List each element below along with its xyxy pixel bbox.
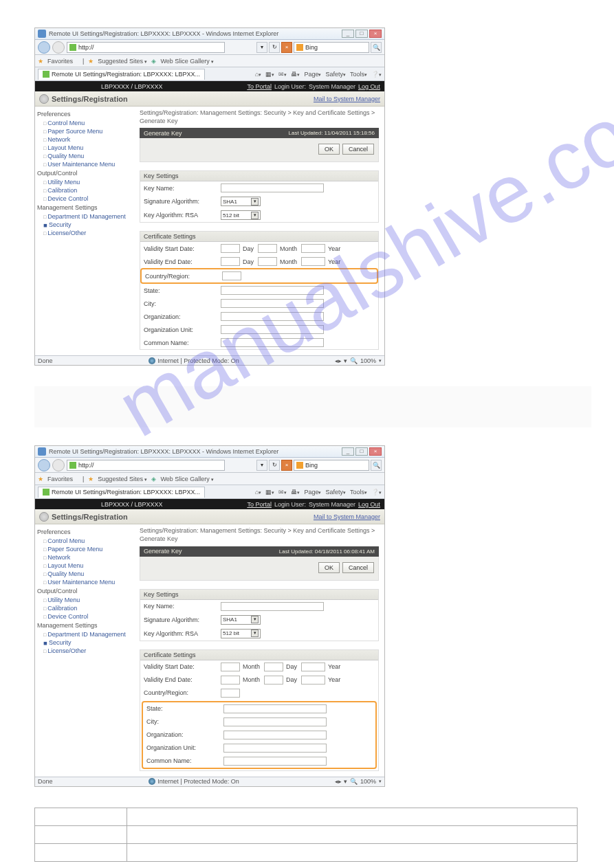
url-field[interactable]: http://: [67, 42, 225, 53]
sidebar-item-device[interactable]: Device Control: [39, 612, 131, 621]
ok-button[interactable]: OK: [318, 144, 340, 155]
search-button[interactable]: 🔍: [371, 42, 382, 53]
sidebar-item-license[interactable]: License/Other: [39, 647, 131, 655]
feed-icon[interactable]: ▦▾: [265, 71, 274, 78]
vstart-month-input[interactable]: [221, 663, 240, 671]
search-field[interactable]: Bing: [294, 460, 369, 471]
city-input[interactable]: [223, 717, 327, 726]
stop-button[interactable]: ×: [281, 460, 292, 471]
sig-alg-select[interactable]: SHA1▾: [221, 615, 261, 625]
refresh2-button[interactable]: ↻: [269, 42, 280, 53]
sidebar-item-device[interactable]: Device Control: [39, 194, 131, 203]
home-icon[interactable]: ⌂▾: [255, 489, 261, 496]
maximize-button[interactable]: □: [355, 30, 368, 38]
zoom-drop[interactable]: ▾: [379, 358, 382, 364]
mail-icon[interactable]: ✉▾: [278, 71, 287, 78]
sidebar-item-quality[interactable]: Quality Menu: [39, 152, 131, 160]
sidebar-item-network[interactable]: Network: [39, 553, 131, 561]
vend-month-input[interactable]: [221, 676, 240, 685]
sidebar-item-deptid[interactable]: Department ID Management: [39, 630, 131, 638]
minimize-button[interactable]: _: [342, 30, 354, 38]
ok-button[interactable]: OK: [318, 562, 340, 573]
sidebar-item-network[interactable]: Network: [39, 135, 131, 144]
logout-link[interactable]: Log Out: [358, 501, 380, 508]
forward-button[interactable]: [52, 459, 65, 471]
cancel-button[interactable]: Cancel: [342, 144, 374, 155]
vend-year-input[interactable]: [301, 676, 325, 685]
key-name-input[interactable]: [221, 602, 324, 611]
search-button[interactable]: 🔍: [371, 460, 382, 471]
close-button[interactable]: ×: [369, 30, 382, 38]
refresh2-button[interactable]: ↻: [269, 460, 280, 471]
key-alg-select[interactable]: 512 bit▾: [221, 210, 261, 220]
zoom-icon[interactable]: 🔍: [350, 357, 358, 364]
help-icon[interactable]: ❔▾: [371, 71, 382, 78]
sidebar-item-utility[interactable]: Utility Menu: [39, 596, 131, 604]
sidebar-item-calibration[interactable]: Calibration: [39, 604, 131, 612]
stop-button[interactable]: ×: [281, 42, 292, 53]
key-alg-select[interactable]: 512 bit▾: [221, 629, 261, 638]
safety-menu[interactable]: Safety▾: [325, 71, 346, 78]
sidebar-item-deptid[interactable]: Department ID Management: [39, 212, 131, 221]
back-button[interactable]: [38, 41, 50, 54]
sidebar-item-calibration[interactable]: Calibration: [39, 186, 131, 194]
city-input[interactable]: [221, 299, 324, 308]
sidebar-item-utility[interactable]: Utility Menu: [39, 178, 131, 186]
search-field[interactable]: Bing: [294, 42, 369, 53]
home-icon[interactable]: ⌂▾: [255, 71, 261, 78]
back-button[interactable]: [38, 459, 50, 471]
sidebar-item-layout[interactable]: Layout Menu: [39, 144, 131, 152]
forward-button[interactable]: [52, 41, 65, 54]
org-input[interactable]: [223, 731, 327, 739]
favorites-star-icon[interactable]: ★: [38, 476, 43, 482]
mail-link[interactable]: Mail to System Manager: [314, 513, 380, 520]
suggested-sites-link[interactable]: Suggested Sites ▾: [98, 476, 147, 482]
sidebar-item-quality[interactable]: Quality Menu: [39, 570, 131, 578]
sidebar-item-control[interactable]: Control Menu: [39, 119, 131, 127]
sidebar-item-usermaint[interactable]: User Maintenance Menu: [39, 578, 131, 586]
safety-menu[interactable]: Safety▾: [325, 489, 346, 496]
favorites-star-icon[interactable]: ★: [38, 58, 43, 65]
print-icon[interactable]: 🖶▾: [291, 71, 300, 78]
vstart-year-input[interactable]: [301, 244, 325, 253]
vend-day-input[interactable]: [264, 676, 283, 685]
refresh-button[interactable]: ▾: [256, 42, 267, 53]
page-menu[interactable]: Page▾: [304, 489, 321, 496]
mail-link[interactable]: Mail to System Manager: [314, 96, 380, 102]
feed-icon[interactable]: ▦▾: [265, 489, 274, 496]
vstart-month-input[interactable]: [258, 244, 277, 253]
maximize-button[interactable]: □: [355, 447, 368, 456]
suggested-sites-link[interactable]: Suggested Sites ▾: [98, 58, 147, 65]
org-input[interactable]: [221, 312, 324, 321]
web-slice-link[interactable]: Web Slice Gallery ▾: [160, 476, 214, 482]
minimize-button[interactable]: _: [342, 447, 354, 456]
page-menu[interactable]: Page▾: [304, 71, 321, 78]
ou-input[interactable]: [223, 744, 327, 753]
browser-tab[interactable]: Remote UI Settings/Registration: LBPXXXX…: [38, 69, 205, 80]
tools-menu[interactable]: Tools▾: [350, 489, 367, 496]
vstart-year-input[interactable]: [301, 663, 325, 671]
country-input[interactable]: [222, 271, 241, 280]
zoom-drop[interactable]: ▾: [379, 779, 382, 784]
zoom-icon[interactable]: 🔍: [350, 778, 358, 785]
mail-icon[interactable]: ✉▾: [278, 489, 287, 496]
state-input[interactable]: [223, 704, 327, 713]
sidebar-item-security[interactable]: Security: [39, 638, 131, 647]
vend-month-input[interactable]: [258, 257, 277, 266]
key-name-input[interactable]: [221, 183, 324, 192]
sidebar-item-license[interactable]: License/Other: [39, 229, 131, 237]
portal-link[interactable]: To Portal: [247, 501, 272, 508]
web-slice-link[interactable]: Web Slice Gallery ▾: [160, 58, 214, 65]
sidebar-item-control[interactable]: Control Menu: [39, 537, 131, 545]
logout-link[interactable]: Log Out: [358, 83, 380, 90]
portal-link[interactable]: To Portal: [247, 83, 272, 90]
browser-tab[interactable]: Remote UI Settings/Registration: LBPXXXX…: [38, 487, 205, 498]
country-input[interactable]: [221, 689, 240, 698]
vend-day-input[interactable]: [221, 257, 240, 266]
vstart-day-input[interactable]: [221, 244, 240, 253]
help-icon[interactable]: ❔▾: [371, 489, 382, 496]
state-input[interactable]: [221, 286, 324, 295]
cn-input[interactable]: [221, 338, 324, 347]
cancel-button[interactable]: Cancel: [342, 562, 374, 573]
vstart-day-input[interactable]: [264, 663, 283, 671]
